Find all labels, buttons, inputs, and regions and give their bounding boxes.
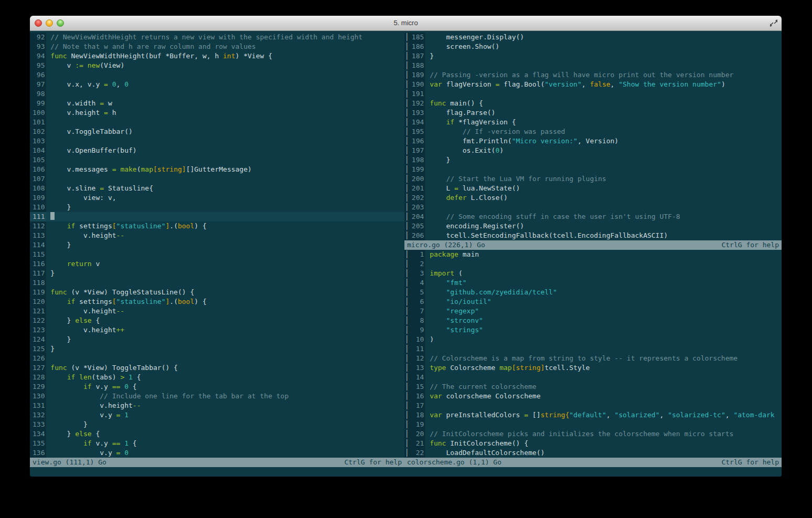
code-line-12[interactable]: │ 12 // Colorscheme is a map from string…	[404, 354, 782, 363]
code-line-201[interactable]: │201 L = lua.NewState()	[404, 184, 782, 193]
code-line-189[interactable]: │189 // Passing -version as a flag will …	[404, 70, 782, 80]
code-line-102[interactable]: 102 v.ToggleTabbar()	[30, 127, 404, 136]
code-line-111[interactable]: 111	[30, 212, 404, 221]
code-line-13[interactable]: │ 13 type Colorscheme map[string]tcell.S…	[404, 363, 782, 373]
code-line-21[interactable]: │ 21 func InitColorscheme() {	[404, 439, 782, 448]
code-line-116[interactable]: 116 return v	[30, 259, 404, 269]
code-line-133[interactable]: 133 }	[30, 420, 404, 429]
code-line-194[interactable]: │194 if *flagVersion {	[404, 118, 782, 127]
code-line-118[interactable]: 118	[30, 278, 404, 288]
code-line-123[interactable]: 123 v.height++	[30, 325, 404, 335]
code-line-135[interactable]: 135 if v.y == 1 {	[30, 439, 404, 448]
code-line-98[interactable]: 98	[30, 89, 404, 99]
code-line-100[interactable]: 100 v.height = h	[30, 108, 404, 118]
code-line-188[interactable]: │188	[404, 61, 782, 70]
code-line-99[interactable]: 99 v.width = w	[30, 99, 404, 108]
code-line-192[interactable]: │192 func main() {	[404, 99, 782, 108]
code-line-5[interactable]: │ 5 "github.com/zyedidia/tcell"	[404, 288, 782, 297]
code-line-18[interactable]: │ 18 var preInstalledColors = []string{"…	[404, 410, 782, 420]
code-line-186[interactable]: │186 screen.Show()	[404, 42, 782, 51]
code-line-114[interactable]: 114 }	[30, 240, 404, 250]
code-line-3[interactable]: │ 3 import (	[404, 269, 782, 278]
code-line-106[interactable]: 106 v.messages = make(map[string][]Gutte…	[30, 165, 404, 174]
code-line-4[interactable]: │ 4 "fmt"	[404, 278, 782, 288]
line-number: 10	[409, 335, 425, 344]
code-line-127[interactable]: 127 func (v *View) ToggleTabbar() {	[30, 363, 404, 373]
code-line-16[interactable]: │ 16 var colorscheme Colorscheme	[404, 392, 782, 401]
code-line-205[interactable]: │205 encoding.Register()	[404, 221, 782, 231]
code-line-15[interactable]: │ 15 // The current colorscheme	[404, 382, 782, 392]
pane-micro-go[interactable]: │185 messenger.Display()│186 screen.Show…	[404, 33, 782, 240]
resize-diagonal-icon[interactable]	[769, 18, 778, 28]
code-line-196[interactable]: │196 fmt.Println("Micro version:", Versi…	[404, 136, 782, 146]
code-line-193[interactable]: │193 flag.Parse()	[404, 108, 782, 118]
code-line-22[interactable]: │ 22 LoadDefaultColorscheme()	[404, 448, 782, 458]
code-line-113[interactable]: 113 v.height--	[30, 231, 404, 240]
code-line-134[interactable]: 134 } else {	[30, 429, 404, 439]
code-line-109[interactable]: 109 view: v,	[30, 193, 404, 203]
code-line-122[interactable]: 122 } else {	[30, 316, 404, 325]
code-line-1[interactable]: │ 1 package main	[404, 250, 782, 259]
code-line-185[interactable]: │185 messenger.Display()	[404, 33, 782, 42]
code-line-103[interactable]: 103	[30, 136, 404, 146]
code-line-117[interactable]: 117 }	[30, 269, 404, 278]
code-line-105[interactable]: 105	[30, 155, 404, 165]
code-line-94[interactable]: 94 func NewViewWidthHeight(buf *Buffer, …	[30, 51, 404, 61]
line-number: 114	[30, 240, 46, 250]
code-line-110[interactable]: 110 }	[30, 203, 404, 212]
code-line-130[interactable]: 130 // Include one line for the tab bar …	[30, 392, 404, 401]
code-line-19[interactable]: │ 19	[404, 420, 782, 429]
window-titlebar[interactable]: 5. micro	[30, 16, 782, 31]
pane-divider: │	[404, 306, 409, 316]
code-line-206[interactable]: │206 tcell.SetEncodingFallback(tcell.Enc…	[404, 231, 782, 240]
code-line-121[interactable]: 121 v.height--	[30, 306, 404, 316]
pane-view-go[interactable]: 92 // NewViewWidthHeight returns a new v…	[30, 33, 404, 458]
code-line-112[interactable]: 112 if settings["statusline"].(bool) {	[30, 221, 404, 231]
code-line-187[interactable]: │187 }	[404, 51, 782, 61]
line-number: 103	[30, 136, 46, 146]
code-line-108[interactable]: 108 v.sline = Statusline{	[30, 184, 404, 193]
code-line-104[interactable]: 104 v.OpenBuffer(buf)	[30, 146, 404, 155]
code-line-128[interactable]: 128 if len(tabs) > 1 {	[30, 373, 404, 382]
code-line-132[interactable]: 132 v.y = 1	[30, 410, 404, 420]
code-line-199[interactable]: │199	[404, 165, 782, 174]
code-line-200[interactable]: │200 // Start the Lua VM for running plu…	[404, 174, 782, 184]
code-line-95[interactable]: 95 v := new(View)	[30, 61, 404, 70]
code-line-131[interactable]: 131 v.height--	[30, 401, 404, 410]
command-line[interactable]	[30, 467, 782, 477]
code-line-17[interactable]: │ 17	[404, 401, 782, 410]
code-line-115[interactable]: 115	[30, 250, 404, 259]
code-line-195[interactable]: │195 // If -version was passed	[404, 127, 782, 136]
code-line-124[interactable]: 124 }	[30, 335, 404, 344]
code-line-8[interactable]: │ 8 "strconv"	[404, 316, 782, 325]
code-line-92[interactable]: 92 // NewViewWidthHeight returns a new v…	[30, 33, 404, 42]
line-number: 134	[30, 429, 46, 439]
code-line-107[interactable]: 107	[30, 174, 404, 184]
code-line-119[interactable]: 119 func (v *View) ToggleStatusLine() {	[30, 288, 404, 297]
code-line-136[interactable]: 136 v.y = 0	[30, 448, 404, 458]
code-line-129[interactable]: 129 if v.y == 0 {	[30, 382, 404, 392]
code-line-101[interactable]: 101	[30, 118, 404, 127]
code-line-11[interactable]: │ 11	[404, 344, 782, 354]
code-line-6[interactable]: │ 6 "io/ioutil"	[404, 297, 782, 306]
code-line-202[interactable]: │202 defer L.Close()	[404, 193, 782, 203]
code-line-198[interactable]: │198 }	[404, 155, 782, 165]
code-line-191[interactable]: │191	[404, 89, 782, 99]
code-line-190[interactable]: │190 var flagVersion = flag.Bool("versio…	[404, 80, 782, 89]
code-line-2[interactable]: │ 2	[404, 259, 782, 269]
pane-colorscheme-go[interactable]: │ 1 package main│ 2 │ 3 import (│ 4 "fmt…	[404, 250, 782, 458]
code-line-20[interactable]: │ 20 // InitColorscheme picks and initia…	[404, 429, 782, 439]
code-line-120[interactable]: 120 if settings["statusline"].(bool) {	[30, 297, 404, 306]
code-line-97[interactable]: 97 v.x, v.y = 0, 0	[30, 80, 404, 89]
code-line-197[interactable]: │197 os.Exit(0)	[404, 146, 782, 155]
code-line-14[interactable]: │ 14	[404, 373, 782, 382]
code-line-125[interactable]: 125 }	[30, 344, 404, 354]
code-line-126[interactable]: 126	[30, 354, 404, 363]
code-line-10[interactable]: │ 10 )	[404, 335, 782, 344]
code-line-7[interactable]: │ 7 "regexp"	[404, 306, 782, 316]
code-line-9[interactable]: │ 9 "strings"	[404, 325, 782, 335]
code-line-203[interactable]: │203	[404, 203, 782, 212]
code-line-93[interactable]: 93 // Note that w and h are raw column a…	[30, 42, 404, 51]
code-line-204[interactable]: │204 // Some encoding stuff in case the …	[404, 212, 782, 221]
code-line-96[interactable]: 96	[30, 70, 404, 80]
